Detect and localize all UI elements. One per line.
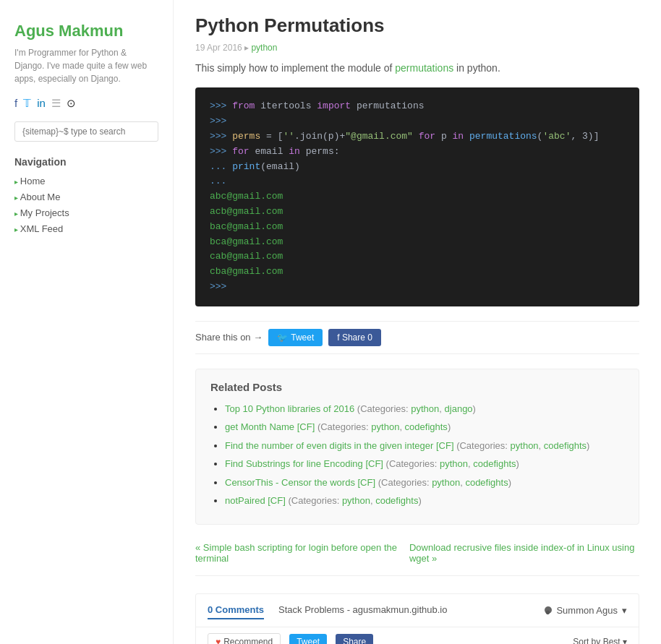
list-item: Find Substrings for line Encoding [CF] (…	[225, 457, 624, 471]
fb-icon: f	[337, 332, 339, 343]
list-item: notPaired [CF] (Categories: python, code…	[225, 494, 624, 508]
post-meta: 19 Apr 2016 ▸ python	[195, 43, 639, 53]
sidebar-item-xml[interactable]: XML Feed	[14, 223, 158, 234]
share-sm-label: Share	[343, 637, 366, 644]
tweet-button[interactable]: 🐦 Tweet	[268, 329, 323, 346]
facebook-icon[interactable]: f	[14, 97, 17, 110]
twitter-icon[interactable]: 𝕋	[23, 97, 31, 110]
tweet-icon: 🐦	[277, 332, 288, 343]
related-post-categories: (Categories: python, django)	[357, 403, 476, 414]
list-item: Find the number of even digits in the gi…	[225, 439, 624, 453]
social-links: f 𝕋 in ☰ ⊙	[14, 97, 158, 110]
search-input[interactable]	[14, 121, 158, 142]
tab-comments[interactable]: 0 Comments	[208, 601, 264, 619]
disqus-tweet-button[interactable]: Tweet	[289, 634, 327, 644]
related-posts-list: Top 10 Python libraries of 2016 (Categor…	[210, 402, 624, 508]
linkedin-icon[interactable]: in	[37, 97, 46, 110]
sort-dropdown[interactable]: Sort by Best ▾	[573, 637, 627, 644]
post-title: Python Permutations	[195, 14, 639, 37]
related-post-link[interactable]: get Month Name [CF]	[225, 421, 315, 432]
list-item: Top 10 Python libraries of 2016 (Categor…	[225, 402, 624, 416]
disqus-actions: ♥ Recommend Tweet Share Sort by Best ▾	[196, 627, 639, 644]
related-post-categories: (Categories: python, codefights)	[386, 458, 519, 469]
main-content: Python Permutations 19 Apr 2016 ▸ python…	[174, 0, 661, 644]
permutations-link[interactable]: permutations	[395, 62, 453, 74]
prev-post-link[interactable]: « Simple bash scripting for login before…	[195, 542, 409, 564]
summon-dot-icon: ●	[545, 606, 552, 614]
post-category[interactable]: python	[251, 43, 277, 53]
disqus-section: 0 Comments Stack Problems - agusmakmun.g…	[195, 593, 639, 644]
share-text: Share this on →	[195, 332, 263, 343]
nav-title: Navigation	[14, 156, 158, 168]
disqus-share-button[interactable]: Share	[336, 634, 373, 644]
heart-icon: ♥	[216, 637, 221, 644]
tab-stack-problems[interactable]: Stack Problems - agusmakmun.github.io	[278, 601, 447, 619]
related-post-link[interactable]: CensorThis - Censor the words [CF]	[225, 477, 375, 488]
summon-chevron-icon: ▾	[622, 605, 627, 616]
related-post-categories: (Categories: python, codefights)	[288, 495, 421, 506]
sort-chevron-icon: ▾	[623, 637, 627, 644]
list-item: get Month Name [CF] (Categories: python,…	[225, 420, 624, 434]
summon-label: Summon Agus	[556, 605, 618, 616]
related-post-link[interactable]: Find the number of even digits in the gi…	[225, 440, 454, 451]
post-date: 19 Apr 2016	[195, 43, 242, 53]
related-post-link[interactable]: Top 10 Python libraries of 2016	[225, 403, 354, 414]
feed-icon[interactable]: ☰	[51, 97, 61, 110]
disqus-header: 0 Comments Stack Problems - agusmakmun.g…	[196, 594, 639, 627]
post-intro: This simply how to implement the module …	[195, 60, 639, 76]
related-post-categories: (Categories: python, codefights)	[456, 440, 589, 451]
fb-share-button[interactable]: f Share 0	[328, 329, 381, 346]
code-block: >>> from itertools import permutations >…	[195, 87, 639, 306]
disqus-left-actions: ♥ Recommend Tweet Share	[208, 633, 373, 644]
post-navigation: « Simple bash scripting for login before…	[195, 542, 639, 576]
disqus-tabs: 0 Comments Stack Problems - agusmakmun.g…	[208, 601, 461, 619]
related-posts-section: Related Posts Top 10 Python libraries of…	[195, 369, 639, 525]
summon-button[interactable]: ● Summon Agus ▾	[545, 605, 627, 616]
sidebar-nav: Home About Me My Projects XML Feed	[14, 175, 158, 234]
recommend-button[interactable]: ♥ Recommend	[208, 633, 281, 644]
list-item: CensorThis - Censor the words [CF] (Cate…	[225, 476, 624, 490]
sidebar-item-projects[interactable]: My Projects	[14, 207, 158, 218]
related-post-categories: (Categories: python, codefights)	[378, 477, 511, 488]
sidebar: Agus Makmun I'm Programmer for Python & …	[0, 0, 174, 644]
related-post-categories: (Categories: python, codefights)	[317, 421, 451, 432]
sidebar-item-about[interactable]: About Me	[14, 191, 158, 202]
related-post-link[interactable]: Find Substrings for line Encoding [CF]	[225, 458, 383, 469]
related-post-link[interactable]: notPaired [CF]	[225, 495, 286, 506]
recommend-label: Recommend	[223, 637, 273, 644]
github-icon[interactable]: ⊙	[67, 97, 76, 110]
sort-label: Sort by Best	[573, 637, 620, 644]
author-name: Agus Makmun	[14, 22, 158, 40]
author-description: I'm Programmer for Python & Django. I've…	[14, 46, 158, 85]
tweet-sm-label: Tweet	[297, 637, 320, 644]
related-posts-title: Related Posts	[210, 381, 624, 393]
share-section: Share this on → 🐦 Tweet f Share 0	[195, 321, 639, 354]
sidebar-item-home[interactable]: Home	[14, 175, 158, 186]
next-post-link[interactable]: Download recrusive files inside index-of…	[409, 542, 639, 564]
